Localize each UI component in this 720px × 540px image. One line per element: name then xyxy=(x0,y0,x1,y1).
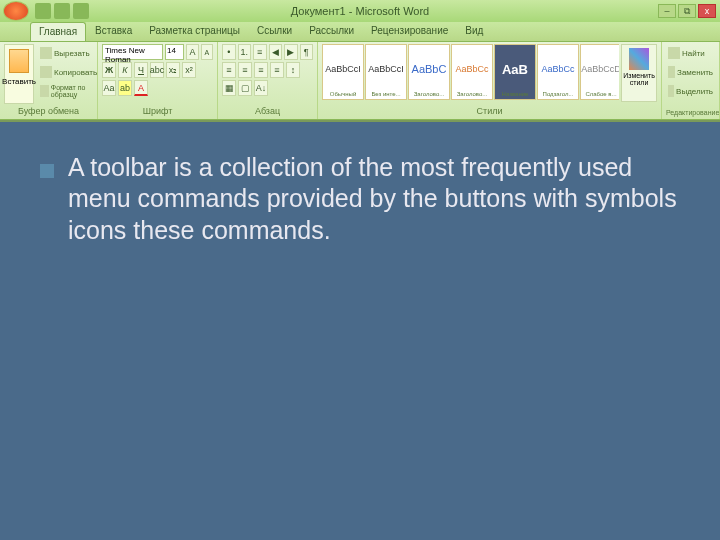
style-nospacing[interactable]: AaBbCcIБез инте... xyxy=(365,44,407,100)
style-gallery: AaBbCcIОбычный AaBbCcIБез инте... AaBbCЗ… xyxy=(322,44,619,102)
strike-button[interactable]: abc xyxy=(150,62,164,78)
shrink-font-button[interactable]: A xyxy=(201,44,213,60)
style-subtitle[interactable]: AaBbCcПодзагол... xyxy=(537,44,579,100)
tab-mailings[interactable]: Рассылки xyxy=(301,22,362,41)
outdent-button[interactable]: ◀ xyxy=(269,44,283,60)
highlight-button[interactable]: ab xyxy=(118,80,132,96)
font-family-select[interactable]: Times New Roman xyxy=(102,44,163,60)
undo-button[interactable] xyxy=(54,3,70,19)
align-right-button[interactable]: ≡ xyxy=(254,62,268,78)
multilevel-button[interactable]: ≡ xyxy=(253,44,267,60)
paste-label: Вставить xyxy=(2,77,36,86)
styles-group: AaBbCcIОбычный AaBbCcIБез инте... AaBbCЗ… xyxy=(318,42,662,119)
grow-font-button[interactable]: A xyxy=(186,44,198,60)
font-group: Times New Roman 14 A A Ж К Ч abc x₂ x² A… xyxy=(98,42,218,119)
office-button[interactable] xyxy=(3,1,29,21)
bullet-icon xyxy=(40,164,54,178)
tab-insert[interactable]: Вставка xyxy=(87,22,140,41)
style-title[interactable]: AaBНазвание xyxy=(494,44,536,100)
find-icon xyxy=(668,47,680,59)
styles-label: Стили xyxy=(322,105,657,117)
slide-text: A toolbar is a collection of the most fr… xyxy=(68,152,680,246)
brush-icon xyxy=(40,85,49,97)
paragraph-group: • 1. ≡ ◀ ▶ ¶ ≡ ≡ ≡ ≡ ↕ ▦ ▢ A↓ xyxy=(218,42,318,119)
style-normal[interactable]: AaBbCcIОбычный xyxy=(322,44,364,100)
redo-button[interactable] xyxy=(73,3,89,19)
slide-content: A toolbar is a collection of the most fr… xyxy=(0,122,720,276)
bold-button[interactable]: Ж xyxy=(102,62,116,78)
tab-references[interactable]: Ссылки xyxy=(249,22,300,41)
replace-button[interactable]: Заменить xyxy=(666,63,715,81)
tab-home[interactable]: Главная xyxy=(30,22,86,41)
ribbon: Вставить Вырезать Копировать Формат по о… xyxy=(0,42,720,120)
show-marks-button[interactable]: ¶ xyxy=(300,44,314,60)
close-button[interactable]: x xyxy=(698,4,716,18)
save-button[interactable] xyxy=(35,3,51,19)
tab-review[interactable]: Рецензирование xyxy=(363,22,456,41)
window-title: Документ1 - Microsoft Word xyxy=(291,5,429,17)
font-label: Шрифт xyxy=(102,105,213,117)
replace-icon xyxy=(668,66,675,78)
clear-format-button[interactable]: Aa xyxy=(102,80,116,96)
sort-button[interactable]: A↓ xyxy=(254,80,268,96)
paste-button[interactable]: Вставить xyxy=(4,44,34,104)
window-controls: – ⧉ x xyxy=(658,4,716,18)
italic-button[interactable]: К xyxy=(118,62,132,78)
scissors-icon xyxy=(40,47,52,59)
format-painter-button[interactable]: Формат по образцу xyxy=(38,82,99,100)
clipboard-group: Вставить Вырезать Копировать Формат по о… xyxy=(0,42,98,119)
editing-label: Редактирование xyxy=(666,108,715,117)
minimize-button[interactable]: – xyxy=(658,4,676,18)
word-app-window: Документ1 - Microsoft Word – ⧉ x Главная… xyxy=(0,0,720,122)
line-spacing-button[interactable]: ↕ xyxy=(286,62,300,78)
justify-button[interactable]: ≡ xyxy=(270,62,284,78)
change-styles-button[interactable]: Изменить стили xyxy=(621,44,657,102)
quick-access-toolbar xyxy=(35,3,89,19)
align-center-button[interactable]: ≡ xyxy=(238,62,252,78)
tab-view[interactable]: Вид xyxy=(457,22,491,41)
tab-layout[interactable]: Разметка страницы xyxy=(141,22,248,41)
paste-icon xyxy=(9,49,29,73)
restore-button[interactable]: ⧉ xyxy=(678,4,696,18)
numbering-button[interactable]: 1. xyxy=(238,44,252,60)
style-subtle[interactable]: AaBbCcDСлабое в... xyxy=(580,44,619,100)
editing-group: Найти Заменить Выделить Редактирование xyxy=(662,42,720,119)
subscript-button[interactable]: x₂ xyxy=(166,62,180,78)
font-size-select[interactable]: 14 xyxy=(165,44,184,60)
indent-button[interactable]: ▶ xyxy=(284,44,298,60)
change-styles-icon xyxy=(629,48,649,70)
find-button[interactable]: Найти xyxy=(666,44,715,62)
ribbon-tabs: Главная Вставка Разметка страницы Ссылки… xyxy=(0,22,720,42)
underline-button[interactable]: Ч xyxy=(134,62,148,78)
paragraph-label: Абзац xyxy=(222,105,313,117)
copy-icon xyxy=(40,66,52,78)
style-heading1[interactable]: AaBbCЗаголово... xyxy=(408,44,450,100)
align-left-button[interactable]: ≡ xyxy=(222,62,236,78)
copy-button[interactable]: Копировать xyxy=(38,63,99,81)
clipboard-label: Буфер обмена xyxy=(4,105,93,117)
bullets-button[interactable]: • xyxy=(222,44,236,60)
superscript-button[interactable]: x² xyxy=(182,62,196,78)
shading-button[interactable]: ▦ xyxy=(222,80,236,96)
borders-button[interactable]: ▢ xyxy=(238,80,252,96)
titlebar: Документ1 - Microsoft Word – ⧉ x xyxy=(0,0,720,22)
select-button[interactable]: Выделить xyxy=(666,82,715,100)
select-icon xyxy=(668,85,674,97)
style-heading2[interactable]: AaBbCcЗаголово... xyxy=(451,44,493,100)
font-color-button[interactable]: A xyxy=(134,80,148,96)
cut-button[interactable]: Вырезать xyxy=(38,44,99,62)
